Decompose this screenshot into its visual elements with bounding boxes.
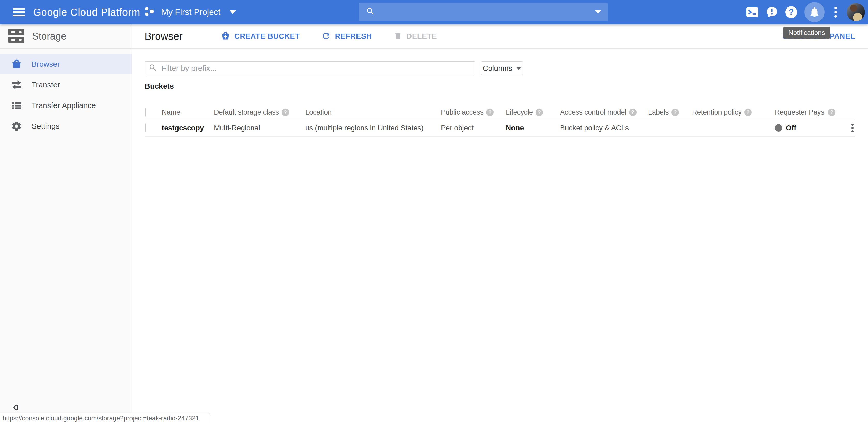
sidebar-item-browser[interactable]: Browser [0,54,132,75]
help-icon[interactable]: ? [785,6,797,18]
help-icon[interactable]: ? [744,109,752,116]
bucket-icon [9,57,24,72]
cell-storage-class: Multi-Regional [214,124,305,132]
table-row: testgcscopy Multi-Regional us (multiple … [145,119,855,137]
question-glyph: ? [789,7,794,17]
more-options-icon[interactable] [832,7,840,18]
sidebar-item-label: Browser [32,60,60,68]
delete-button[interactable]: DELETE [394,32,437,41]
sidebar-item-label: Settings [32,122,59,131]
help-icon[interactable]: ? [282,109,289,116]
search-dropdown-icon[interactable] [595,10,601,14]
column-header-public-access: Public access [441,108,484,116]
menu-icon[interactable] [13,8,25,16]
gcp-console: Google Cloud Platform My First Project [0,0,868,423]
project-name: My First Project [161,7,220,17]
account-avatar[interactable] [847,3,865,21]
buckets-table: Name Default storage class? Location Pub… [145,105,855,137]
cell-location: us (multiple regions in United States) [305,124,441,132]
columns-button[interactable]: Columns [481,61,523,75]
gcp-logo[interactable]: Google Cloud Platform [33,0,140,24]
create-bucket-icon [221,31,230,41]
cell-access-control: Bucket policy & ACLs [560,124,648,132]
notifications-button[interactable] [804,2,825,22]
filter-input[interactable] [161,64,471,73]
bell-icon [809,6,820,18]
row-menu-icon[interactable] [850,122,855,134]
help-icon[interactable]: ? [672,109,679,116]
column-header-name: Name [162,108,180,116]
cell-lifecycle: None [506,124,560,132]
help-icon[interactable]: ? [486,109,494,116]
requester-pays-status-dot [775,124,782,132]
chevron-down-icon [517,67,521,70]
filter-row: Columns [145,61,855,75]
search-icon [366,7,375,17]
storage-sidebar: Storage Browser [0,24,132,423]
row-checkbox[interactable] [145,123,146,132]
column-header-retention: Retention policy [692,108,742,116]
trash-icon [394,32,402,41]
create-bucket-button[interactable]: CREATE BUCKET [221,31,300,41]
storage-product-icon [8,28,24,45]
help-icon[interactable]: ? [629,109,637,116]
refresh-icon [321,31,331,41]
sidebar-nav: Browser Transfer [0,54,132,137]
sidebar-item-transfer[interactable]: Transfer [0,75,132,95]
create-bucket-label: CREATE BUCKET [234,32,300,40]
collapse-sidebar-icon[interactable] [12,403,20,413]
cell-public-access: Per object [441,124,506,132]
filter-field[interactable] [145,61,475,75]
delete-label: DELETE [406,32,437,40]
sidebar-header: Storage [0,24,132,49]
topbar-icon-group: ? [746,0,865,24]
column-header-requester-pays: Requester Pays [775,108,824,116]
buckets-section-label: Buckets [145,82,868,90]
feedback-icon[interactable] [766,6,778,18]
toolbar-actions: CREATE BUCKET REFRESH [221,31,437,41]
chevron-down-icon [230,10,236,14]
project-selector[interactable]: My First Project [144,0,236,24]
cloud-shell-icon[interactable] [746,6,758,18]
browser-status-bar: https://console.cloud.google.com/storage… [0,413,210,423]
table-header-row: Name Default storage class? Location Pub… [145,105,855,119]
column-header-lifecycle: Lifecycle [506,108,533,116]
help-icon[interactable]: ? [828,109,835,116]
column-header-location: Location [305,108,332,116]
main-content: Browser CREATE BUCKET [132,24,868,423]
page-title: Browser [145,30,183,42]
page-toolbar: Browser CREATE BUCKET [132,24,868,49]
bucket-name-link[interactable]: testgcscopy [162,124,204,132]
search-bar[interactable] [359,3,608,21]
sidebar-item-label: Transfer Appliance [32,101,96,110]
filter-search-icon [149,63,157,73]
refresh-button[interactable]: REFRESH [321,31,372,41]
notifications-tooltip: Notifications [783,27,830,38]
column-header-labels: Labels [648,108,669,116]
sidebar-item-transfer-appliance[interactable]: Transfer Appliance [0,95,132,116]
column-header-storage-class: Default storage class [214,108,279,116]
sidebar-title: Storage [32,31,66,42]
cell-requester-pays: Off [786,124,796,132]
select-all-checkbox[interactable] [145,108,146,117]
top-nav-bar: Google Cloud Platform My First Project [0,0,868,24]
transfer-appliance-icon [9,98,24,113]
column-header-access-control: Access control model [560,108,626,116]
gear-icon [9,119,24,134]
sidebar-item-settings[interactable]: Settings [0,116,132,137]
project-hexagons-icon [144,6,156,18]
help-icon[interactable]: ? [535,109,543,116]
transfer-arrows-icon [9,78,24,92]
refresh-label: REFRESH [335,32,372,40]
columns-label: Columns [483,64,512,73]
sidebar-item-label: Transfer [32,80,60,89]
search-input[interactable] [380,7,595,17]
